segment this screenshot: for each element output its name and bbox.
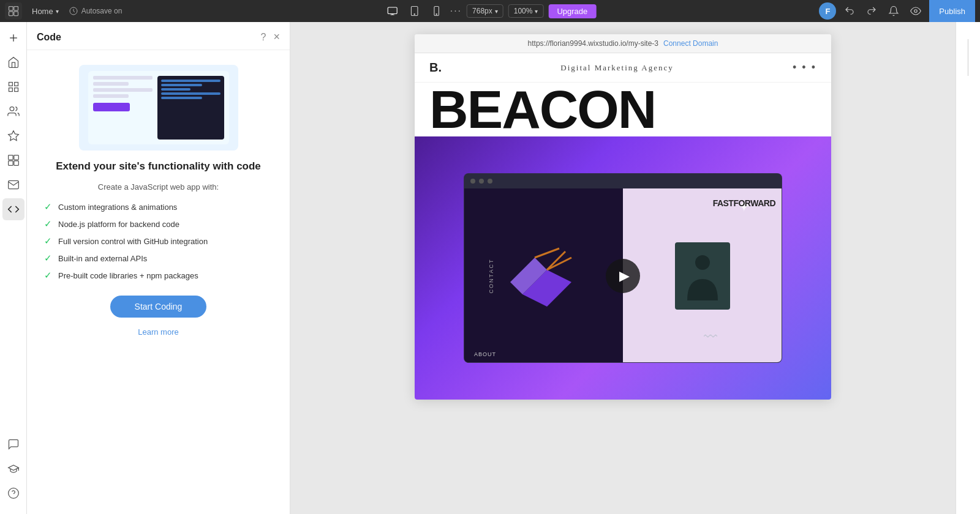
mock-dot-3	[488, 179, 492, 184]
illus-code-line-2	[161, 84, 203, 86]
illus-left	[93, 76, 153, 140]
svg-line-28	[535, 248, 559, 258]
illus-code-line-1	[161, 80, 221, 82]
svg-rect-20	[8, 161, 13, 166]
zoom-selector[interactable]: 100% ▾	[508, 4, 544, 18]
illus-line-2	[93, 82, 129, 86]
sidebar-apps-icon[interactable]	[2, 149, 24, 171]
desktop-device-btn[interactable]	[384, 2, 401, 20]
fastforward-text: FASTFORWARD	[713, 198, 775, 208]
check-icon-3: ✓	[44, 236, 52, 247]
add-element-button[interactable]	[2, 27, 24, 49]
illus-line-4	[93, 94, 129, 98]
autosave-indicator: Autosave on	[69, 6, 123, 16]
notifications-button[interactable]	[885, 2, 902, 20]
svg-line-27	[547, 251, 565, 270]
play-icon: ▶	[619, 268, 630, 284]
code-panel-help-button[interactable]: ?	[261, 32, 266, 43]
svg-point-17	[10, 107, 14, 111]
play-button[interactable]: ▶	[606, 259, 640, 293]
redo-button[interactable]	[863, 2, 880, 20]
svg-point-29	[695, 255, 710, 270]
autosave-label: Autosave on	[81, 7, 123, 15]
wix-logo[interactable]	[5, 2, 22, 20]
code-illustration	[79, 65, 238, 151]
feature-item-3: ✓ Full version control with GitHub integ…	[44, 236, 273, 247]
user-avatar[interactable]: F	[819, 2, 836, 20]
code-panel: Code ? ×	[27, 22, 290, 514]
feature-item-4: ✓ Built-in and external APIs	[44, 253, 273, 264]
site-menu-dots[interactable]: • • •	[793, 61, 816, 74]
resolution-chevron-icon: ▾	[495, 8, 498, 15]
browser-url: https://florian9994.wixstudio.io/my-site…	[528, 39, 658, 48]
resolution-value: 768px	[472, 7, 492, 15]
illus-code-line-4	[161, 92, 221, 95]
svg-rect-2	[9, 12, 13, 16]
person-silhouette	[684, 251, 721, 300]
tablet-device-btn[interactable]	[406, 2, 423, 20]
svg-rect-3	[14, 12, 18, 16]
more-options-btn[interactable]: ···	[450, 6, 462, 17]
upgrade-button[interactable]: Upgrade	[548, 4, 596, 18]
sidebar-code-icon[interactable]	[2, 198, 24, 220]
check-icon-5: ✓	[44, 270, 52, 281]
feature-label-2: Node.js platform for backend code	[58, 220, 179, 229]
svg-rect-0	[9, 7, 13, 11]
resolution-selector[interactable]: 768px ▾	[467, 4, 503, 18]
connect-domain-link[interactable]: Connect Domain	[663, 39, 718, 48]
illus-line-3	[93, 88, 153, 92]
svg-rect-5	[388, 7, 397, 14]
sidebar-pages-icon[interactable]	[2, 76, 24, 98]
browser-mock-header	[464, 174, 782, 188]
zoom-chevron-icon: ▾	[535, 8, 538, 15]
home-tab[interactable]: Home ▾	[27, 4, 64, 18]
preview-button[interactable]	[907, 2, 924, 20]
code-panel-heading: Extend your site's functionality with co…	[56, 160, 261, 173]
illus-right	[157, 76, 224, 140]
svg-point-22	[8, 488, 18, 499]
purple-shape-svg	[504, 245, 584, 307]
topbar-center: ··· 768px ▾ 100% ▾ Upgrade	[384, 2, 597, 20]
sidebar-team-icon[interactable]	[2, 100, 24, 122]
undo-button[interactable]	[841, 2, 858, 20]
feature-label-1: Custom integrations & animations	[58, 203, 177, 212]
code-panel-subheading: Create a JavaScript web app with:	[98, 182, 219, 192]
feature-item-5: ✓ Pre-built code libraries + npm package…	[44, 270, 273, 281]
mock-body-right: ✦ 〰 FASTFORWARD	[623, 188, 782, 363]
publish-button[interactable]: Publish	[929, 0, 975, 22]
check-icon-2: ✓	[44, 218, 52, 229]
right-panel	[956, 22, 980, 514]
illus-code-line-5	[161, 97, 203, 99]
svg-rect-19	[13, 155, 18, 160]
svg-line-26	[547, 258, 571, 270]
sidebar-blog-icon[interactable]	[2, 174, 24, 196]
main-layout: Code ? ×	[0, 22, 980, 514]
illus-buy-button	[93, 103, 130, 111]
contact-label: CONTACT	[488, 259, 494, 294]
code-panel-title: Code	[37, 32, 61, 43]
squiggle-decoration: 〰	[704, 329, 717, 345]
site-header: B. Digital Marketing Agency • • •	[415, 53, 831, 83]
feature-label-5: Pre-built code libraries + npm packages	[58, 271, 198, 280]
code-panel-close-button[interactable]: ×	[273, 31, 280, 43]
zoom-value: 100%	[514, 7, 533, 15]
start-coding-button[interactable]: Start Coding	[110, 296, 207, 318]
sidebar-home-icon[interactable]	[2, 51, 24, 73]
sidebar-design-icon[interactable]	[2, 125, 24, 147]
feature-label-4: Built-in and external APIs	[58, 254, 147, 263]
browser-url-bar: https://florian9994.wixstudio.io/my-site…	[415, 34, 831, 53]
features-list: ✓ Custom integrations & animations ✓ Nod…	[39, 201, 277, 281]
mobile-device-btn[interactable]	[428, 2, 445, 20]
check-icon-1: ✓	[44, 201, 52, 212]
sidebar-academy-icon[interactable]	[2, 458, 24, 480]
site-hero-text: BEACON	[415, 83, 831, 136]
svg-rect-18	[8, 155, 13, 160]
feature-item-1: ✓ Custom integrations & animations	[44, 201, 273, 212]
svg-point-7	[414, 14, 415, 15]
learn-more-link[interactable]: Learn more	[138, 327, 178, 337]
code-illustration-inner	[88, 71, 229, 144]
canvas-area: https://florian9994.wixstudio.io/my-site…	[290, 22, 956, 514]
sidebar-help-icon[interactable]	[2, 482, 24, 504]
svg-rect-16	[9, 88, 12, 92]
sidebar-chat-icon[interactable]	[2, 433, 24, 455]
